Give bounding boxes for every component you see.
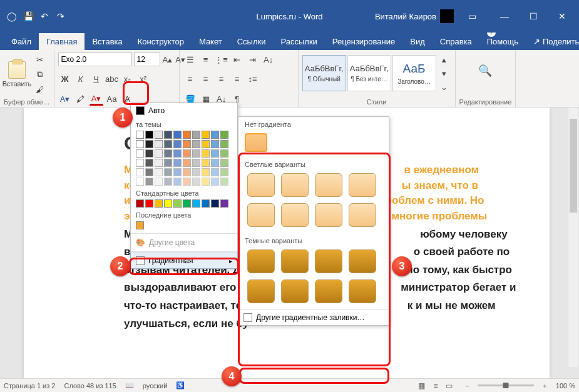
no-gradient-label: Нет градиента xyxy=(238,117,389,131)
zoom-in-icon[interactable]: + xyxy=(543,382,546,389)
tab-home[interactable]: Главная xyxy=(39,33,85,50)
line-spacing-icon[interactable]: ↕≡ xyxy=(246,73,260,86)
tab-mailings[interactable]: Рассылки xyxy=(273,33,324,50)
bullets-icon[interactable]: ☰ xyxy=(183,53,197,66)
close-icon[interactable]: ✕ xyxy=(548,0,576,33)
more-colors[interactable]: 🎨Другие цвета xyxy=(131,235,237,250)
cut-icon[interactable]: ✂ xyxy=(33,53,46,66)
tab-help[interactable]: Справка xyxy=(433,33,479,50)
theme-colors-label: та темы xyxy=(131,118,237,129)
word-count[interactable]: Слово 48 из 115 xyxy=(64,382,116,389)
window-controls: — ☐ ✕ xyxy=(490,0,576,33)
standard-color-row[interactable] xyxy=(131,198,237,209)
underline-icon[interactable]: Ч xyxy=(90,73,103,86)
group-editing: 🔍 Редактирование xyxy=(456,50,516,107)
change-case-icon[interactable]: Aa xyxy=(105,92,119,106)
zoom-slider[interactable] xyxy=(478,384,534,386)
highlight-icon[interactable]: 🖍 xyxy=(74,92,88,106)
gradient-submenu: Нет градиента Светлые варианты Темные ва… xyxy=(238,116,389,326)
italic-icon[interactable]: К xyxy=(74,73,88,86)
group-paragraph: ☰ ≡ ⋮≡ ⇤ ⇥ A↓ ≡ ≡ ≡ ≡ ↕≡ 🪣 ▦ A↓ ¶ xyxy=(180,50,299,107)
align-center-icon[interactable]: ≡ xyxy=(199,73,213,86)
group-font: A▴ A▾ Ж К Ч abc x₂ x² A▾ 🖍 A▾ Aa A̷ xyxy=(54,50,180,107)
bold-icon[interactable]: Ж xyxy=(58,73,72,86)
multilevel-icon[interactable]: ⋮≡ xyxy=(215,53,228,66)
format-painter-icon[interactable]: 🖌 xyxy=(33,83,46,96)
ribbon-options-icon[interactable]: ▭ xyxy=(458,0,486,33)
indent-icon[interactable]: ⇥ xyxy=(246,53,260,66)
auto-color[interactable]: Авто xyxy=(131,103,237,118)
recent-colors-label: Последние цвета xyxy=(131,209,237,220)
theme-color-grid[interactable] xyxy=(131,129,238,187)
styles-up-icon[interactable]: ▴ xyxy=(438,53,451,66)
editing-label: Редактирование xyxy=(459,97,512,106)
tab-view[interactable]: Вид xyxy=(402,33,433,50)
avatar[interactable] xyxy=(440,9,454,23)
style-no-spacing[interactable]: АаБбВвГг, ¶ Без инте… xyxy=(347,55,391,91)
title-bar: ◯ 💾 ↶ ↷ Lumpics.ru - Word Виталий Каиров… xyxy=(0,0,579,33)
find-icon[interactable]: 🔍 xyxy=(478,64,492,78)
status-bar: Страница 1 из 2 Слово 48 из 115 📖 русски… xyxy=(0,378,579,392)
undo-icon[interactable]: ↶ xyxy=(38,9,51,23)
align-right-icon[interactable]: ≡ xyxy=(215,73,228,86)
tab-insert[interactable]: Вставка xyxy=(85,33,130,50)
redo-icon[interactable]: ↷ xyxy=(54,9,68,23)
tab-review[interactable]: Рецензирование xyxy=(325,33,402,50)
light-gradient-grid[interactable] xyxy=(238,171,389,233)
tab-design[interactable]: Конструктор xyxy=(130,33,192,50)
tab-share[interactable]: Поделиться xyxy=(526,33,579,50)
vertical-scrollbar[interactable] xyxy=(568,108,578,367)
align-left-icon[interactable]: ≡ xyxy=(183,73,197,86)
zoom-out-icon[interactable]: − xyxy=(465,382,469,389)
text-effects-icon[interactable]: A▾ xyxy=(58,92,72,106)
styles-more-icon[interactable]: ⌄ xyxy=(438,80,451,94)
style-heading[interactable]: АаБ Заголово… xyxy=(392,55,436,91)
window-title: Lumpics.ru - Word xyxy=(257,12,323,21)
view-switcher[interactable]: ▦≡▭ xyxy=(415,380,456,391)
subscript-icon[interactable]: x₂ xyxy=(121,73,135,86)
ribbon-tabs: Файл Главная Вставка Конструктор Макет С… xyxy=(0,33,579,50)
group-clipboard: Вставить ✂ ⧉ 🖌 Буфер обме… xyxy=(0,50,54,107)
user-name[interactable]: Виталий Каиров xyxy=(375,12,436,21)
save-icon[interactable]: 💾 xyxy=(21,9,35,23)
standard-colors-label: Стандартные цвета xyxy=(131,187,237,198)
tab-references[interactable]: Ссылки xyxy=(230,33,274,50)
grow-font-icon[interactable]: A▴ xyxy=(162,53,173,66)
no-gradient-swatch[interactable] xyxy=(238,131,389,157)
zoom-level[interactable]: 100 % xyxy=(556,382,575,389)
light-variants-label: Светлые варианты xyxy=(238,157,389,171)
ribbon: Вставить ✂ ⧉ 🖌 Буфер обме… A▴ A▾ Ж К Ч a… xyxy=(0,50,579,108)
quick-access: ◯ 💾 ↶ ↷ xyxy=(0,9,73,23)
page-status[interactable]: Страница 1 из 2 xyxy=(4,382,55,389)
justify-icon[interactable]: ≡ xyxy=(230,73,244,86)
numbering-icon[interactable]: ≡ xyxy=(199,53,213,66)
language-status[interactable]: русский xyxy=(143,382,167,389)
proofing-icon[interactable]: 📖 xyxy=(125,381,134,389)
font-color-button[interactable]: A▾ xyxy=(90,92,103,106)
outdent-icon[interactable]: ⇤ xyxy=(230,53,244,66)
more-gradients[interactable]: Другие градиентные заливки… xyxy=(238,309,389,325)
superscript-icon[interactable]: x² xyxy=(136,73,150,86)
styles-label: Стили xyxy=(302,97,451,106)
paste-label: Вставить xyxy=(3,80,32,88)
tab-file[interactable]: Файл xyxy=(4,33,39,50)
paste-button[interactable]: Вставить xyxy=(4,53,30,96)
recent-color-row[interactable] xyxy=(131,220,237,232)
font-name-select[interactable] xyxy=(58,53,132,66)
sort-icon[interactable]: A↓ xyxy=(262,53,275,66)
dark-gradient-grid[interactable] xyxy=(238,247,389,309)
strike-icon[interactable]: abc xyxy=(105,73,119,86)
style-normal[interactable]: АаБбВвГг, ¶ Обычный xyxy=(302,55,346,91)
clipboard-label: Буфер обме… xyxy=(4,97,50,106)
autosave-icon[interactable]: ◯ xyxy=(5,9,19,23)
group-styles: АаБбВвГг, ¶ Обычный АаБбВвГг, ¶ Без инте… xyxy=(299,50,456,107)
font-color-menu: Авто та темы Стандартные цвета Последние… xyxy=(130,103,238,269)
font-size-select[interactable] xyxy=(134,53,160,66)
tab-layout[interactable]: Макет xyxy=(192,33,230,50)
maximize-icon[interactable]: ☐ xyxy=(519,0,548,33)
styles-down-icon[interactable]: ▾ xyxy=(438,66,451,80)
copy-icon[interactable]: ⧉ xyxy=(33,68,46,81)
accessibility-icon[interactable]: ♿ xyxy=(176,381,185,389)
gradient-item[interactable]: Градиентная▸ xyxy=(130,253,238,269)
minimize-icon[interactable]: — xyxy=(490,0,519,33)
